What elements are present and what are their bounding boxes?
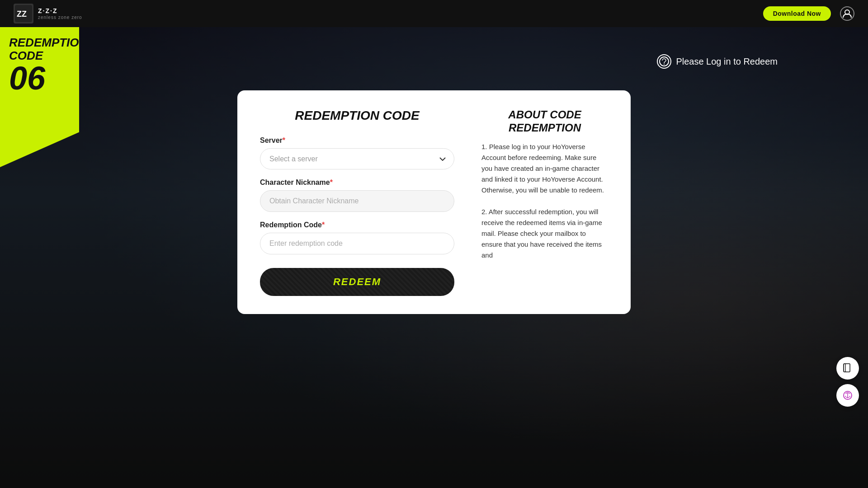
logo-area: ZZ Z·Z·Z zenless zone zero (14, 4, 82, 23)
logo-icon: ZZ (14, 4, 33, 23)
badge-line1: Redemption (9, 36, 70, 49)
info-text: 1. Please log in to your HoYoverse Accou… (481, 141, 608, 261)
info-side: About Code Redemption 1. Please log in t… (481, 108, 608, 296)
login-notice-text: Please Log in to Redeem (676, 56, 778, 67)
code-group: Redemption Code* (260, 221, 454, 254)
nickname-label: Character Nickname* (260, 178, 454, 187)
code-required: * (322, 221, 325, 229)
nickname-group: Character Nickname* (260, 178, 454, 212)
form-title: Redemption Code (260, 108, 454, 123)
logo-title: Z·Z·Z (38, 7, 82, 15)
float-buttons (836, 357, 859, 407)
svg-text:ZZ: ZZ (17, 9, 27, 19)
server-label: Server* (260, 136, 454, 145)
modal-card: Redemption Code Server* Select a server … (237, 90, 631, 314)
badge-number: 06 (9, 62, 70, 94)
svg-point-4 (664, 64, 665, 65)
logo-subtitle: zenless zone zero (38, 15, 82, 20)
redeem-button[interactable]: Redeem (260, 268, 454, 296)
user-icon[interactable] (840, 6, 854, 21)
server-required: * (283, 136, 285, 144)
book-button[interactable] (836, 357, 859, 380)
nickname-required: * (330, 178, 333, 186)
info-title: About Code Redemption (481, 108, 608, 135)
logo-text-area: Z·Z·Z zenless zone zero (38, 7, 82, 20)
nickname-input[interactable] (260, 190, 454, 212)
brain-button[interactable] (836, 384, 859, 407)
svg-rect-6 (845, 364, 850, 372)
login-icon (657, 54, 671, 69)
form-side: Redemption Code Server* Select a server … (260, 108, 454, 296)
server-group: Server* Select a server (260, 136, 454, 169)
header-right: Download Now (763, 6, 854, 21)
redemption-code-input[interactable] (260, 233, 454, 254)
download-button[interactable]: Download Now (763, 6, 831, 21)
header: ZZ Z·Z·Z zenless zone zero Download Now (0, 0, 868, 27)
login-notice: Please Log in to Redeem (657, 54, 778, 69)
server-select[interactable]: Select a server (260, 148, 454, 169)
code-label: Redemption Code* (260, 221, 454, 229)
